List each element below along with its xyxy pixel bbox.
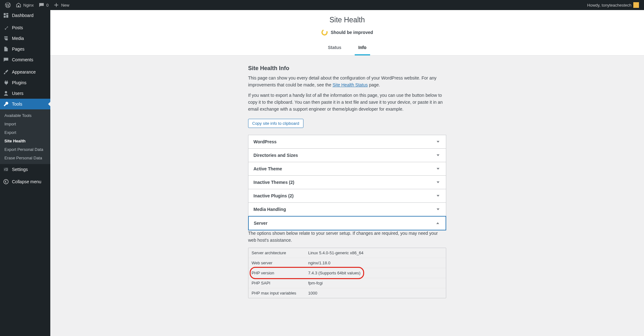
acc-label: Inactive Themes (2)	[253, 180, 294, 185]
row-value: 7.4.3 (Supports 64bit values)	[308, 271, 443, 275]
progress-circle-icon	[320, 28, 329, 36]
submenu-erase-personal-data[interactable]: Erase Personal Data	[0, 154, 50, 162]
content: Site Health Should be improved Status In…	[50, 10, 644, 336]
row-key: Server architecture	[252, 251, 308, 255]
plug-icon	[3, 80, 9, 85]
info-para-2: If you want to export a handy list of al…	[248, 92, 446, 113]
menu-appearance[interactable]: Appearance	[0, 67, 50, 77]
tab-info[interactable]: Info	[355, 41, 370, 55]
menu-label: Posts	[12, 25, 23, 30]
svg-point-0	[4, 179, 8, 184]
pin-icon	[3, 25, 9, 30]
wrench-icon	[3, 101, 9, 107]
row-key: PHP version	[252, 271, 308, 275]
menu-label: Users	[12, 91, 24, 96]
submenu-export[interactable]: Export	[0, 128, 50, 137]
site-name: Nginx	[23, 3, 34, 8]
row-value: nginx/1.18.0	[308, 261, 443, 265]
menu-label: Pages	[12, 47, 25, 52]
menu-plugins[interactable]: Plugins	[0, 77, 50, 88]
row-key: Web server	[252, 261, 308, 265]
accordion: WordPress Directories and Sizes Active T…	[248, 135, 446, 230]
row-value: Linux 5.4.0-51-generic x86_64	[308, 251, 443, 255]
acc-label: Active Theme	[253, 166, 282, 171]
avatar	[633, 2, 639, 8]
wp-logo-link[interactable]	[3, 0, 13, 10]
chevron-down-icon	[435, 179, 441, 185]
site-name-link[interactable]: Nginx	[13, 0, 36, 10]
server-intro: The options shown below relate to your s…	[248, 230, 446, 244]
acc-active-theme[interactable]: Active Theme	[248, 162, 446, 176]
dashboard-icon	[3, 13, 9, 18]
menu-tools[interactable]: Tools	[0, 99, 50, 109]
server-table: Server architectureLinux 5.4.0-51-generi…	[248, 248, 446, 298]
collapse-label: Collapse menu	[12, 179, 41, 184]
menu-label: Settings	[12, 167, 28, 172]
menu-label: Media	[12, 36, 24, 41]
tabs: Status Info	[50, 41, 644, 55]
acc-inactive-themes[interactable]: Inactive Themes (2)	[248, 175, 446, 189]
menu-media[interactable]: Media	[0, 33, 50, 44]
admin-bar: Nginx 0 New Howdy, tonyteachestech	[0, 0, 644, 10]
copy-site-info-button[interactable]: Copy site info to clipboard	[248, 119, 303, 128]
acc-inactive-plugins[interactable]: Inactive Plugins (2)	[248, 189, 446, 203]
acc-label: Inactive Plugins (2)	[253, 193, 294, 198]
menu-label: Plugins	[12, 80, 26, 85]
menu-pages[interactable]: Pages	[0, 44, 50, 54]
menu-users[interactable]: Users	[0, 88, 50, 99]
row-key: PHP max input variables	[252, 291, 308, 295]
chevron-up-icon	[435, 220, 441, 226]
acc-label: WordPress	[253, 139, 277, 144]
new-label: New	[61, 3, 69, 8]
comment-icon	[3, 57, 9, 63]
table-row: PHP max input variables1000	[248, 288, 446, 298]
acc-label: Directories and Sizes	[253, 153, 298, 158]
page-title: Site Health	[50, 10, 644, 25]
comments-icon	[39, 2, 44, 8]
menu-comments[interactable]: Comments	[0, 54, 50, 65]
page-subheading: Site Health Info	[248, 62, 446, 75]
admin-sidebar: Dashboard Posts Media Pages Comments App…	[0, 10, 50, 336]
chevron-down-icon	[435, 166, 441, 172]
table-row-php-version: PHP version7.4.3 (Supports 64bit values)	[248, 268, 446, 278]
status-indicator: Should be improved	[50, 25, 644, 41]
howdy-link[interactable]: Howdy, tonyteachestech	[585, 0, 641, 10]
acc-label: Server	[254, 221, 268, 226]
submenu-available-tools[interactable]: Available Tools	[0, 111, 50, 120]
comments-count: 0	[46, 3, 48, 8]
status-label: Should be improved	[331, 30, 373, 35]
collapse-icon	[3, 179, 9, 185]
table-row: Server architectureLinux 5.4.0-51-generi…	[248, 248, 446, 258]
submenu-import[interactable]: Import	[0, 120, 50, 128]
acc-directories[interactable]: Directories and Sizes	[248, 148, 446, 162]
row-key: PHP SAPI	[252, 281, 308, 285]
new-link[interactable]: New	[51, 0, 72, 10]
table-row: Web servernginx/1.18.0	[248, 258, 446, 268]
menu-posts[interactable]: Posts	[0, 22, 50, 33]
page-icon	[3, 46, 9, 52]
menu-dashboard[interactable]: Dashboard	[0, 10, 50, 21]
menu-settings[interactable]: Settings	[0, 164, 50, 175]
row-value: fpm-fcgi	[308, 281, 443, 285]
home-icon	[16, 2, 21, 8]
chevron-down-icon	[435, 193, 441, 199]
brush-icon	[3, 69, 9, 75]
acc-wordpress[interactable]: WordPress	[248, 135, 446, 149]
menu-label: Tools	[12, 102, 22, 107]
howdy-text: Howdy, tonyteachestech	[587, 3, 631, 8]
info-para-1: This page can show you every detail abou…	[248, 75, 446, 88]
row-value: 1000	[308, 291, 443, 295]
submenu-export-personal-data[interactable]: Export Personal Data	[0, 145, 50, 154]
wordpress-icon	[5, 2, 11, 8]
acc-media-handling[interactable]: Media Handling	[248, 202, 446, 216]
acc-server[interactable]: Server	[248, 216, 446, 230]
submenu-site-health[interactable]: Site Health	[0, 137, 50, 145]
acc-label: Media Handling	[253, 207, 286, 212]
media-icon	[3, 36, 9, 41]
chevron-down-icon	[435, 152, 441, 158]
tab-status[interactable]: Status	[324, 41, 345, 55]
chevron-down-icon	[435, 207, 441, 212]
comments-link[interactable]: 0	[36, 0, 51, 10]
site-health-status-link[interactable]: Site Health Status	[332, 82, 368, 87]
collapse-menu[interactable]: Collapse menu	[0, 176, 50, 187]
